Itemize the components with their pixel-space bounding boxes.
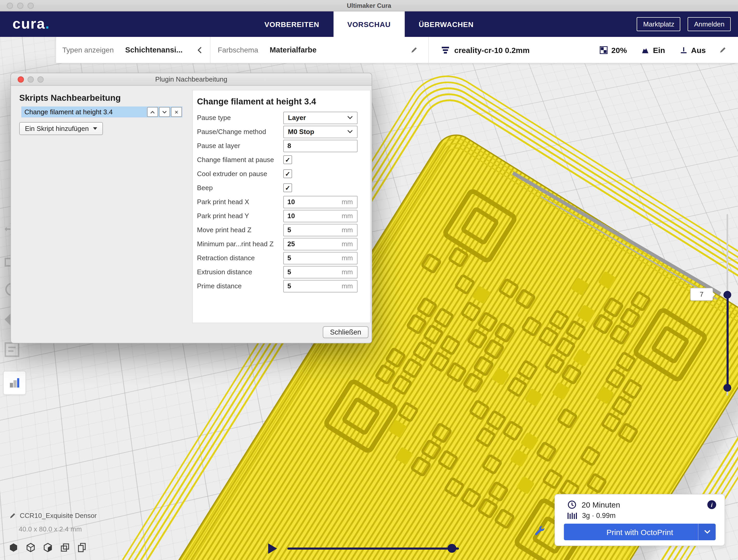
app-window: 7 CCR10_Exquisite Densor 40.0 x 80.0 x 2… — [0, 0, 738, 560]
layer-slider-top-handle[interactable] — [723, 291, 731, 299]
unit-suffix: mm — [342, 254, 357, 262]
move-script-up-button[interactable] — [147, 107, 158, 117]
cool-extruder-checkbox[interactable]: ✓ — [283, 169, 292, 178]
field-label: Beep — [193, 184, 283, 192]
color-scheme-value[interactable]: Materialfarbe — [270, 46, 317, 54]
outline-cube-icon[interactable] — [25, 542, 36, 553]
rename-pencil-icon[interactable] — [9, 512, 16, 519]
field-input[interactable] — [284, 142, 357, 150]
tab-preview[interactable]: VORSCHAU — [333, 11, 405, 37]
field-input[interactable] — [284, 226, 342, 234]
field-input[interactable] — [284, 240, 342, 248]
clock-icon — [568, 500, 577, 509]
field-row: Extrusion distance mm — [193, 265, 370, 279]
window-close-light[interactable] — [7, 3, 13, 9]
view-type-selector[interactable]: Typen anzeigen Schichtenansi... — [56, 37, 210, 63]
support-icon — [642, 46, 649, 54]
pause-at-layer-input[interactable] — [283, 139, 358, 152]
close-dialog-button[interactable]: Schließen — [323, 326, 368, 338]
support-blocker-tool[interactable] — [3, 371, 26, 395]
support-stat[interactable]: Ein — [642, 45, 665, 54]
playback-timeline[interactable] — [287, 548, 459, 550]
print-with-octoprint-button[interactable]: Print with OctoPrint — [564, 524, 716, 540]
add-script-button[interactable]: Ein Skript hinzufügen — [19, 122, 103, 135]
unit-suffix: mm — [342, 268, 357, 276]
field-row: Park print head X mm — [193, 195, 370, 209]
unit-suffix: mm — [342, 226, 357, 234]
select-value: Layer — [288, 114, 306, 121]
dialog-close-light[interactable] — [18, 76, 24, 83]
play-button[interactable] — [268, 543, 277, 554]
documents-icon[interactable] — [77, 542, 87, 553]
print-estimate-card: 20 Minuten i 3g · 0.99m Print with OctoP… — [555, 494, 725, 546]
dialog-zoom-light[interactable] — [37, 76, 44, 83]
face-cube-icon[interactable] — [43, 542, 53, 553]
selected-script-row[interactable]: Change filament at height 3.4 × — [21, 106, 182, 117]
print-time-estimate: 20 Minuten — [582, 500, 620, 509]
window-titlebar[interactable]: Ultimaker Cura — [0, 0, 738, 11]
tab-prepare[interactable]: VORBEREITEN — [251, 11, 333, 37]
field-input[interactable] — [284, 198, 342, 206]
stage-tabs: VORBEREITEN VORSCHAU ÜBERWACHEN — [251, 11, 488, 37]
dialog-titlebar[interactable]: Plugin Nachbearbeitung — [11, 73, 372, 86]
field-label: Park print head Y — [193, 212, 283, 220]
change-filament-checkbox[interactable]: ✓ — [283, 155, 292, 164]
remove-script-button[interactable]: × — [171, 107, 182, 117]
tab-monitor[interactable]: ÜBERWACHEN — [405, 11, 487, 37]
field-input[interactable] — [284, 268, 342, 276]
adjust-tools-icon[interactable] — [534, 526, 546, 537]
infill-icon — [600, 46, 608, 54]
adhesion-stat[interactable]: Aus — [680, 45, 706, 54]
field-row: Cool extruder on pause ✓ — [193, 167, 370, 181]
chevron-left-icon[interactable] — [198, 46, 202, 53]
checkmark-icon: ✓ — [285, 171, 290, 177]
field-input[interactable] — [284, 282, 342, 290]
prime-distance-input[interactable]: mm — [283, 280, 358, 292]
chevron-down-icon — [347, 116, 353, 119]
signin-button[interactable]: Anmelden — [688, 17, 731, 31]
print-options-dropdown[interactable] — [698, 524, 716, 540]
per-model-settings-icon[interactable] — [3, 341, 21, 359]
park-y-input[interactable]: mm — [283, 209, 358, 222]
field-row: Minimum par...rint head Z mm — [193, 237, 370, 251]
beep-checkbox[interactable]: ✓ — [283, 183, 292, 192]
solid-cube-icon[interactable] — [8, 542, 19, 553]
edit-pencil-icon[interactable] — [411, 46, 418, 53]
color-scheme-selector[interactable]: Farbschema Materialfarbe — [210, 37, 428, 63]
infill-stat[interactable]: 20% — [600, 45, 627, 54]
retraction-distance-input[interactable]: mm — [283, 252, 358, 264]
view-toolbar: Typen anzeigen Schichtenansi... Farbsche… — [56, 37, 738, 63]
park-x-input[interactable]: mm — [283, 195, 358, 208]
field-label: Move print head Z — [193, 226, 283, 234]
move-script-down-button[interactable] — [159, 107, 170, 117]
extrusion-distance-input[interactable]: mm — [283, 266, 358, 278]
pause-type-select[interactable]: Layer — [283, 111, 358, 124]
field-input[interactable] — [284, 254, 342, 262]
info-icon[interactable]: i — [707, 500, 716, 509]
model-name[interactable]: CCR10_Exquisite Densor — [20, 512, 97, 520]
app-header: cura. VORBEREITEN VORSCHAU ÜBERWACHEN Ma… — [0, 11, 738, 37]
material-usage-icon — [568, 512, 577, 520]
minimum-park-z-input[interactable]: mm — [283, 238, 358, 250]
move-z-input[interactable]: mm — [283, 224, 358, 236]
chevron-down-icon — [162, 110, 167, 113]
window-zoom-light[interactable] — [28, 3, 34, 9]
field-input[interactable] — [284, 212, 342, 220]
printer-settings-summary[interactable]: creality-cr-10 0.2mm 20% Ein Aus — [428, 37, 738, 63]
printer-profile[interactable]: creality-cr-10 0.2mm — [454, 45, 529, 54]
color-scheme-label: Farbschema — [218, 46, 258, 54]
playback-position-handle[interactable] — [447, 544, 456, 553]
layer-slider-bottom-handle[interactable] — [723, 384, 731, 392]
stacked-squares-icon[interactable] — [60, 542, 70, 553]
dialog-minimize-light[interactable] — [28, 76, 34, 83]
layer-slider-range[interactable] — [727, 295, 729, 388]
view-type-value[interactable]: Schichtenansi... — [125, 46, 183, 54]
field-label: Park print head X — [193, 198, 283, 206]
field-row: Prime distance mm — [193, 279, 370, 293]
window-minimize-light[interactable] — [17, 3, 23, 9]
edit-print-settings-icon[interactable] — [719, 46, 727, 53]
window-title: Ultimaker Cura — [347, 2, 391, 9]
marketplace-button[interactable]: Marktplatz — [637, 17, 681, 31]
pause-method-select[interactable]: M0 Stop — [283, 125, 358, 138]
field-label: Retraction distance — [193, 254, 283, 262]
